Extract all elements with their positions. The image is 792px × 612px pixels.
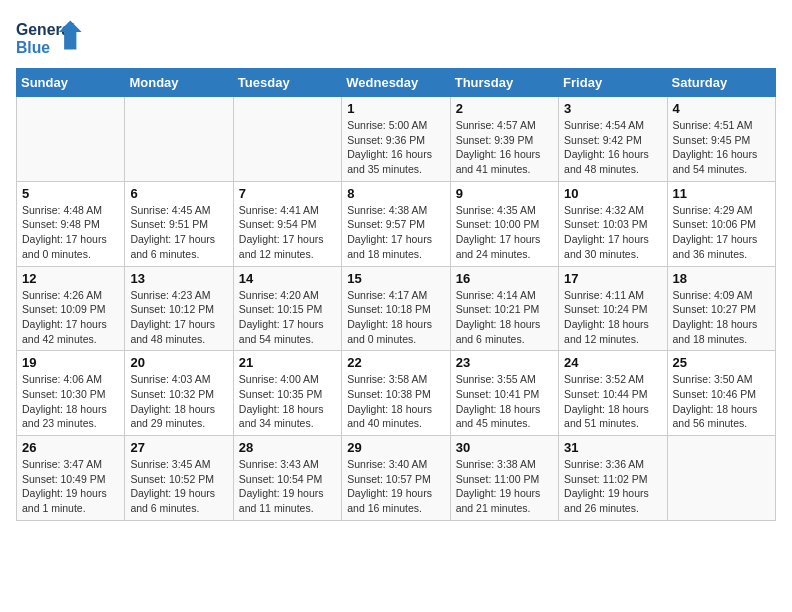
calendar-cell: 6Sunrise: 4:45 AM Sunset: 9:51 PM Daylig… — [125, 181, 233, 266]
day-number: 24 — [564, 355, 661, 370]
day-info: Sunrise: 4:38 AM Sunset: 9:57 PM Dayligh… — [347, 203, 444, 262]
calendar-cell — [233, 97, 341, 182]
calendar-cell: 10Sunrise: 4:32 AM Sunset: 10:03 PM Dayl… — [559, 181, 667, 266]
day-info: Sunrise: 4:17 AM Sunset: 10:18 PM Daylig… — [347, 288, 444, 347]
calendar-cell: 2Sunrise: 4:57 AM Sunset: 9:39 PM Daylig… — [450, 97, 558, 182]
calendar-table: SundayMondayTuesdayWednesdayThursdayFrid… — [16, 68, 776, 521]
day-info: Sunrise: 3:45 AM Sunset: 10:52 PM Daylig… — [130, 457, 227, 516]
calendar-cell: 24Sunrise: 3:52 AM Sunset: 10:44 PM Dayl… — [559, 351, 667, 436]
day-info: Sunrise: 4:03 AM Sunset: 10:32 PM Daylig… — [130, 372, 227, 431]
column-header-saturday: Saturday — [667, 69, 775, 97]
calendar-cell — [125, 97, 233, 182]
calendar-cell: 8Sunrise: 4:38 AM Sunset: 9:57 PM Daylig… — [342, 181, 450, 266]
column-header-monday: Monday — [125, 69, 233, 97]
day-info: Sunrise: 4:26 AM Sunset: 10:09 PM Daylig… — [22, 288, 119, 347]
day-number: 2 — [456, 101, 553, 116]
day-number: 28 — [239, 440, 336, 455]
day-number: 23 — [456, 355, 553, 370]
day-number: 25 — [673, 355, 770, 370]
calendar-cell: 26Sunrise: 3:47 AM Sunset: 10:49 PM Dayl… — [17, 436, 125, 521]
calendar-cell: 28Sunrise: 3:43 AM Sunset: 10:54 PM Dayl… — [233, 436, 341, 521]
calendar-cell: 5Sunrise: 4:48 AM Sunset: 9:48 PM Daylig… — [17, 181, 125, 266]
calendar-cell: 3Sunrise: 4:54 AM Sunset: 9:42 PM Daylig… — [559, 97, 667, 182]
day-number: 27 — [130, 440, 227, 455]
calendar-cell — [17, 97, 125, 182]
day-info: Sunrise: 3:55 AM Sunset: 10:41 PM Daylig… — [456, 372, 553, 431]
calendar-cell: 17Sunrise: 4:11 AM Sunset: 10:24 PM Dayl… — [559, 266, 667, 351]
calendar-cell: 11Sunrise: 4:29 AM Sunset: 10:06 PM Dayl… — [667, 181, 775, 266]
column-header-friday: Friday — [559, 69, 667, 97]
day-number: 19 — [22, 355, 119, 370]
day-number: 30 — [456, 440, 553, 455]
day-number: 22 — [347, 355, 444, 370]
day-number: 26 — [22, 440, 119, 455]
day-info: Sunrise: 3:38 AM Sunset: 11:00 PM Daylig… — [456, 457, 553, 516]
calendar-cell: 21Sunrise: 4:00 AM Sunset: 10:35 PM Dayl… — [233, 351, 341, 436]
day-info: Sunrise: 3:58 AM Sunset: 10:38 PM Daylig… — [347, 372, 444, 431]
calendar-cell: 1Sunrise: 5:00 AM Sunset: 9:36 PM Daylig… — [342, 97, 450, 182]
svg-text:Blue: Blue — [16, 39, 50, 56]
day-info: Sunrise: 4:51 AM Sunset: 9:45 PM Dayligh… — [673, 118, 770, 177]
day-number: 5 — [22, 186, 119, 201]
day-info: Sunrise: 4:57 AM Sunset: 9:39 PM Dayligh… — [456, 118, 553, 177]
day-info: Sunrise: 4:35 AM Sunset: 10:00 PM Daylig… — [456, 203, 553, 262]
day-info: Sunrise: 4:20 AM Sunset: 10:15 PM Daylig… — [239, 288, 336, 347]
day-info: Sunrise: 4:32 AM Sunset: 10:03 PM Daylig… — [564, 203, 661, 262]
day-number: 12 — [22, 271, 119, 286]
day-number: 18 — [673, 271, 770, 286]
column-header-thursday: Thursday — [450, 69, 558, 97]
day-info: Sunrise: 5:00 AM Sunset: 9:36 PM Dayligh… — [347, 118, 444, 177]
calendar-cell: 16Sunrise: 4:14 AM Sunset: 10:21 PM Dayl… — [450, 266, 558, 351]
day-info: Sunrise: 4:00 AM Sunset: 10:35 PM Daylig… — [239, 372, 336, 431]
day-info: Sunrise: 3:47 AM Sunset: 10:49 PM Daylig… — [22, 457, 119, 516]
calendar-cell: 30Sunrise: 3:38 AM Sunset: 11:00 PM Dayl… — [450, 436, 558, 521]
day-info: Sunrise: 4:54 AM Sunset: 9:42 PM Dayligh… — [564, 118, 661, 177]
calendar-cell: 13Sunrise: 4:23 AM Sunset: 10:12 PM Dayl… — [125, 266, 233, 351]
day-number: 4 — [673, 101, 770, 116]
calendar-cell — [667, 436, 775, 521]
day-info: Sunrise: 4:23 AM Sunset: 10:12 PM Daylig… — [130, 288, 227, 347]
calendar-cell: 12Sunrise: 4:26 AM Sunset: 10:09 PM Dayl… — [17, 266, 125, 351]
calendar-cell: 4Sunrise: 4:51 AM Sunset: 9:45 PM Daylig… — [667, 97, 775, 182]
day-number: 31 — [564, 440, 661, 455]
calendar-cell: 18Sunrise: 4:09 AM Sunset: 10:27 PM Dayl… — [667, 266, 775, 351]
day-info: Sunrise: 3:50 AM Sunset: 10:46 PM Daylig… — [673, 372, 770, 431]
day-number: 6 — [130, 186, 227, 201]
column-header-wednesday: Wednesday — [342, 69, 450, 97]
column-header-sunday: Sunday — [17, 69, 125, 97]
calendar-cell: 23Sunrise: 3:55 AM Sunset: 10:41 PM Dayl… — [450, 351, 558, 436]
day-info: Sunrise: 4:06 AM Sunset: 10:30 PM Daylig… — [22, 372, 119, 431]
day-number: 20 — [130, 355, 227, 370]
calendar-cell: 29Sunrise: 3:40 AM Sunset: 10:57 PM Dayl… — [342, 436, 450, 521]
calendar-cell: 14Sunrise: 4:20 AM Sunset: 10:15 PM Dayl… — [233, 266, 341, 351]
column-header-tuesday: Tuesday — [233, 69, 341, 97]
day-number: 8 — [347, 186, 444, 201]
day-info: Sunrise: 4:14 AM Sunset: 10:21 PM Daylig… — [456, 288, 553, 347]
day-number: 16 — [456, 271, 553, 286]
logo: GeneralBlue — [16, 16, 86, 60]
day-number: 9 — [456, 186, 553, 201]
day-info: Sunrise: 4:29 AM Sunset: 10:06 PM Daylig… — [673, 203, 770, 262]
calendar-cell: 15Sunrise: 4:17 AM Sunset: 10:18 PM Dayl… — [342, 266, 450, 351]
calendar-cell: 9Sunrise: 4:35 AM Sunset: 10:00 PM Dayli… — [450, 181, 558, 266]
day-number: 7 — [239, 186, 336, 201]
day-number: 15 — [347, 271, 444, 286]
day-number: 29 — [347, 440, 444, 455]
day-number: 17 — [564, 271, 661, 286]
calendar-cell: 19Sunrise: 4:06 AM Sunset: 10:30 PM Dayl… — [17, 351, 125, 436]
day-info: Sunrise: 4:11 AM Sunset: 10:24 PM Daylig… — [564, 288, 661, 347]
day-number: 13 — [130, 271, 227, 286]
day-info: Sunrise: 4:09 AM Sunset: 10:27 PM Daylig… — [673, 288, 770, 347]
day-info: Sunrise: 3:52 AM Sunset: 10:44 PM Daylig… — [564, 372, 661, 431]
day-number: 11 — [673, 186, 770, 201]
day-info: Sunrise: 3:36 AM Sunset: 11:02 PM Daylig… — [564, 457, 661, 516]
day-info: Sunrise: 4:41 AM Sunset: 9:54 PM Dayligh… — [239, 203, 336, 262]
calendar-cell: 20Sunrise: 4:03 AM Sunset: 10:32 PM Dayl… — [125, 351, 233, 436]
calendar-cell: 31Sunrise: 3:36 AM Sunset: 11:02 PM Dayl… — [559, 436, 667, 521]
calendar-cell: 7Sunrise: 4:41 AM Sunset: 9:54 PM Daylig… — [233, 181, 341, 266]
calendar-cell: 22Sunrise: 3:58 AM Sunset: 10:38 PM Dayl… — [342, 351, 450, 436]
day-info: Sunrise: 4:45 AM Sunset: 9:51 PM Dayligh… — [130, 203, 227, 262]
logo-icon: GeneralBlue — [16, 16, 86, 60]
day-number: 21 — [239, 355, 336, 370]
day-number: 10 — [564, 186, 661, 201]
